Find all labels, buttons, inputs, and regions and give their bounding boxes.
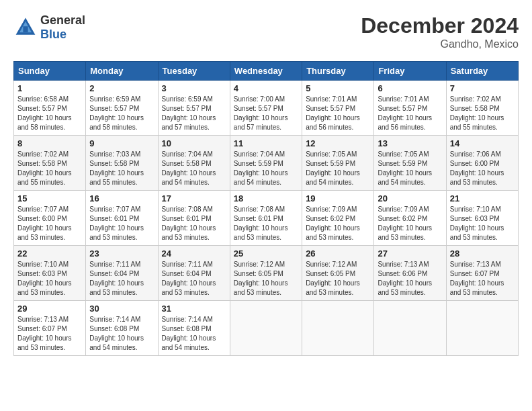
logo-icon xyxy=(13,15,38,40)
day-info: Sunrise: 7:12 AM Sunset: 6:05 PM Dayligh… xyxy=(234,260,298,298)
calendar-day-cell: 19 Sunrise: 7:09 AM Sunset: 6:02 PM Dayl… xyxy=(302,191,374,246)
day-info: Sunrise: 6:59 AM Sunset: 5:57 PM Dayligh… xyxy=(162,95,226,132)
calendar-week-row: 29 Sunrise: 7:13 AM Sunset: 6:07 PM Dayl… xyxy=(14,301,519,356)
calendar-day-cell: 15 Sunrise: 7:07 AM Sunset: 6:00 PM Dayl… xyxy=(14,191,86,246)
empty-cell xyxy=(374,301,446,356)
day-info: Sunrise: 7:04 AM Sunset: 5:58 PM Dayligh… xyxy=(162,150,226,187)
calendar-week-row: 15 Sunrise: 7:07 AM Sunset: 6:00 PM Dayl… xyxy=(14,191,519,246)
header-tuesday: Tuesday xyxy=(158,62,230,81)
day-info: Sunrise: 7:11 AM Sunset: 6:04 PM Dayligh… xyxy=(162,260,226,298)
calendar-day-cell: 1 Sunrise: 6:58 AM Sunset: 5:57 PM Dayli… xyxy=(14,81,86,136)
calendar-day-cell: 6 Sunrise: 7:01 AM Sunset: 5:57 PM Dayli… xyxy=(374,81,446,136)
logo: General Blue xyxy=(13,13,85,42)
day-info: Sunrise: 7:01 AM Sunset: 5:57 PM Dayligh… xyxy=(378,95,442,132)
day-number: 23 xyxy=(89,248,154,259)
calendar-day-cell: 8 Sunrise: 7:02 AM Sunset: 5:58 PM Dayli… xyxy=(14,136,86,191)
calendar-day-cell: 25 Sunrise: 7:12 AM Sunset: 6:05 PM Dayl… xyxy=(230,246,302,301)
day-info: Sunrise: 7:08 AM Sunset: 6:01 PM Dayligh… xyxy=(162,205,226,242)
day-info: Sunrise: 7:02 AM Sunset: 5:58 PM Dayligh… xyxy=(450,95,515,132)
title-block: December 2024 Gandho, Mexico xyxy=(361,13,519,50)
calendar-day-cell: 9 Sunrise: 7:03 AM Sunset: 5:58 PM Dayli… xyxy=(86,136,158,191)
day-number: 2 xyxy=(89,83,154,93)
day-number: 15 xyxy=(17,193,82,203)
day-number: 29 xyxy=(17,304,82,314)
day-info: Sunrise: 7:02 AM Sunset: 5:58 PM Dayligh… xyxy=(17,150,82,187)
calendar-day-cell: 17 Sunrise: 7:08 AM Sunset: 6:01 PM Dayl… xyxy=(158,191,230,246)
day-number: 1 xyxy=(17,83,82,93)
header-wednesday: Wednesday xyxy=(230,62,302,81)
day-number: 30 xyxy=(89,304,154,314)
calendar-day-cell: 3 Sunrise: 6:59 AM Sunset: 5:57 PM Dayli… xyxy=(158,81,230,136)
calendar-day-cell: 22 Sunrise: 7:10 AM Sunset: 6:03 PM Dayl… xyxy=(14,246,86,301)
day-number: 6 xyxy=(378,83,442,93)
day-info: Sunrise: 7:07 AM Sunset: 6:01 PM Dayligh… xyxy=(89,205,154,242)
calendar-day-cell: 26 Sunrise: 7:12 AM Sunset: 6:05 PM Dayl… xyxy=(302,246,374,301)
day-info: Sunrise: 7:10 AM Sunset: 6:03 PM Dayligh… xyxy=(17,260,82,298)
day-number: 13 xyxy=(378,138,442,148)
day-info: Sunrise: 7:12 AM Sunset: 6:05 PM Dayligh… xyxy=(306,260,370,298)
header-saturday: Saturday xyxy=(446,62,518,81)
day-number: 24 xyxy=(162,248,226,259)
calendar-week-row: 1 Sunrise: 6:58 AM Sunset: 5:57 PM Dayli… xyxy=(14,81,519,136)
calendar-table: Sunday Monday Tuesday Wednesday Thursday… xyxy=(13,61,519,356)
calendar-week-row: 22 Sunrise: 7:10 AM Sunset: 6:03 PM Dayl… xyxy=(14,246,519,301)
calendar-day-cell: 18 Sunrise: 7:08 AM Sunset: 6:01 PM Dayl… xyxy=(230,191,302,246)
calendar-day-cell: 20 Sunrise: 7:09 AM Sunset: 6:02 PM Dayl… xyxy=(374,191,446,246)
day-number: 19 xyxy=(306,193,370,203)
calendar-day-cell: 4 Sunrise: 7:00 AM Sunset: 5:57 PM Dayli… xyxy=(230,81,302,136)
calendar-day-cell: 28 Sunrise: 7:13 AM Sunset: 6:07 PM Dayl… xyxy=(446,246,518,301)
day-number: 17 xyxy=(162,193,226,203)
day-info: Sunrise: 7:03 AM Sunset: 5:58 PM Dayligh… xyxy=(89,150,154,187)
day-info: Sunrise: 7:09 AM Sunset: 6:02 PM Dayligh… xyxy=(378,205,442,242)
empty-cell xyxy=(302,301,374,356)
day-info: Sunrise: 7:04 AM Sunset: 5:59 PM Dayligh… xyxy=(234,150,298,187)
day-info: Sunrise: 7:14 AM Sunset: 6:08 PM Dayligh… xyxy=(162,315,226,353)
calendar-day-cell: 5 Sunrise: 7:01 AM Sunset: 5:57 PM Dayli… xyxy=(302,81,374,136)
day-number: 21 xyxy=(450,193,515,203)
calendar-day-cell: 24 Sunrise: 7:11 AM Sunset: 6:04 PM Dayl… xyxy=(158,246,230,301)
day-info: Sunrise: 6:59 AM Sunset: 5:57 PM Dayligh… xyxy=(89,95,154,132)
day-info: Sunrise: 7:00 AM Sunset: 5:57 PM Dayligh… xyxy=(234,95,298,132)
svg-rect-2 xyxy=(23,26,28,32)
calendar-day-cell: 29 Sunrise: 7:13 AM Sunset: 6:07 PM Dayl… xyxy=(14,301,86,356)
day-info: Sunrise: 7:13 AM Sunset: 6:07 PM Dayligh… xyxy=(450,260,515,298)
calendar-day-cell: 23 Sunrise: 7:11 AM Sunset: 6:04 PM Dayl… xyxy=(86,246,158,301)
logo-text: General Blue xyxy=(40,13,85,42)
day-info: Sunrise: 7:06 AM Sunset: 6:00 PM Dayligh… xyxy=(450,150,515,187)
calendar-week-row: 8 Sunrise: 7:02 AM Sunset: 5:58 PM Dayli… xyxy=(14,136,519,191)
day-number: 28 xyxy=(450,248,515,259)
day-number: 31 xyxy=(162,304,226,314)
day-info: Sunrise: 7:01 AM Sunset: 5:57 PM Dayligh… xyxy=(306,95,370,132)
header-monday: Monday xyxy=(86,62,158,81)
empty-cell xyxy=(446,301,518,356)
page-header: General Blue December 2024 Gandho, Mexic… xyxy=(13,13,519,50)
day-info: Sunrise: 7:05 AM Sunset: 5:59 PM Dayligh… xyxy=(378,150,442,187)
day-number: 22 xyxy=(17,248,82,259)
calendar-day-cell: 7 Sunrise: 7:02 AM Sunset: 5:58 PM Dayli… xyxy=(446,81,518,136)
calendar-day-cell: 10 Sunrise: 7:04 AM Sunset: 5:58 PM Dayl… xyxy=(158,136,230,191)
day-info: Sunrise: 7:05 AM Sunset: 5:59 PM Dayligh… xyxy=(306,150,370,187)
day-number: 18 xyxy=(234,193,298,203)
day-info: Sunrise: 7:10 AM Sunset: 6:03 PM Dayligh… xyxy=(450,205,515,242)
calendar-day-cell: 30 Sunrise: 7:14 AM Sunset: 6:08 PM Dayl… xyxy=(86,301,158,356)
day-info: Sunrise: 6:58 AM Sunset: 5:57 PM Dayligh… xyxy=(17,95,82,132)
day-info: Sunrise: 7:13 AM Sunset: 6:06 PM Dayligh… xyxy=(378,260,442,298)
day-number: 8 xyxy=(17,138,82,148)
calendar-day-cell: 21 Sunrise: 7:10 AM Sunset: 6:03 PM Dayl… xyxy=(446,191,518,246)
day-info: Sunrise: 7:13 AM Sunset: 6:07 PM Dayligh… xyxy=(17,315,82,353)
day-number: 16 xyxy=(89,193,154,203)
calendar-day-cell: 13 Sunrise: 7:05 AM Sunset: 5:59 PM Dayl… xyxy=(374,136,446,191)
day-number: 9 xyxy=(89,138,154,148)
day-number: 3 xyxy=(162,83,226,93)
day-info: Sunrise: 7:14 AM Sunset: 6:08 PM Dayligh… xyxy=(89,315,154,353)
day-number: 12 xyxy=(306,138,370,148)
location: Gandho, Mexico xyxy=(361,38,519,50)
weekday-header-row: Sunday Monday Tuesday Wednesday Thursday… xyxy=(14,62,519,81)
day-number: 26 xyxy=(306,248,370,259)
day-info: Sunrise: 7:08 AM Sunset: 6:01 PM Dayligh… xyxy=(234,205,298,242)
day-info: Sunrise: 7:07 AM Sunset: 6:00 PM Dayligh… xyxy=(17,205,82,242)
calendar-day-cell: 2 Sunrise: 6:59 AM Sunset: 5:57 PM Dayli… xyxy=(86,81,158,136)
day-number: 27 xyxy=(378,248,442,259)
day-number: 14 xyxy=(450,138,515,148)
calendar-day-cell: 14 Sunrise: 7:06 AM Sunset: 6:00 PM Dayl… xyxy=(446,136,518,191)
